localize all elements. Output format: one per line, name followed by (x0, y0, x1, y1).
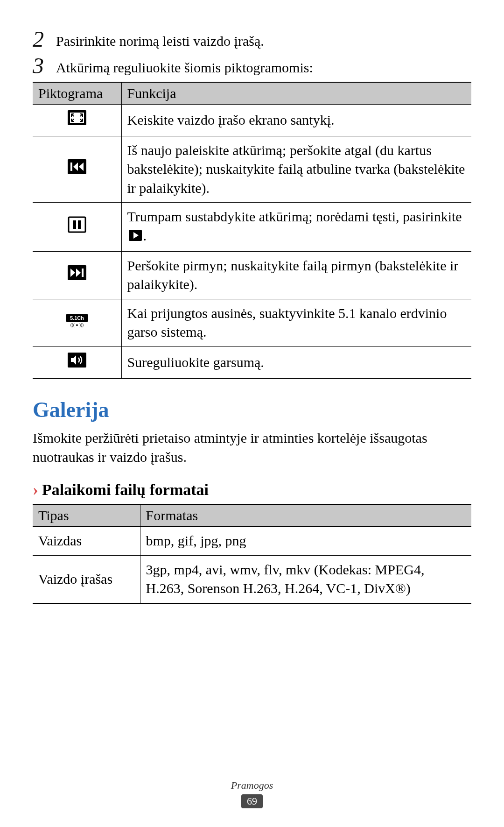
section-description: Išmokite peržiūrėti prietaiso atmintyje … (33, 429, 471, 467)
icon-cell (33, 251, 121, 299)
step-text: Pasirinkite norimą leisti vaizdo įrašą. (56, 28, 264, 51)
table-header-row: Tipas Formatas (33, 504, 471, 527)
function-text: Trumpam sustabdykite atkūrimą; norėdami … (121, 203, 471, 252)
svg-rect-9 (82, 269, 84, 277)
header-type: Tipas (33, 504, 140, 527)
page-footer: Pramogos 69 (0, 779, 504, 808)
svg-rect-4 (69, 217, 85, 232)
icon-cell (33, 346, 121, 378)
icon-cell (33, 136, 121, 203)
icon-cell (33, 203, 121, 252)
subsection-heading: › Palaikomi failų formatai (33, 480, 471, 499)
table-row: Sureguliuokite garsumą. (33, 346, 471, 378)
surround-sound-icon: 5.1Ch ((( ● ))) (65, 313, 89, 327)
svg-text:((( ● ))): ((( ● ))) (70, 323, 84, 327)
svg-text:5.1Ch: 5.1Ch (70, 315, 84, 321)
table-row: Iš naujo paleiskite atkūrimą; peršokite … (33, 136, 471, 203)
volume-icon (67, 352, 87, 368)
svg-rect-13 (68, 353, 86, 368)
page-number: 69 (241, 794, 263, 808)
function-text-part: Trumpam sustabdykite atkūrimą; norėdami … (127, 209, 462, 224)
icon-cell: 5.1Ch ((( ● ))) (33, 299, 121, 346)
format-cell: 3gp, mp4, avi, wmv, flv, mkv (Kodekas: M… (140, 555, 471, 603)
function-text: Keiskite vaizdo įrašo ekrano santykį. (121, 105, 471, 136)
subsection-title: Palaikomi failų formatai (42, 481, 209, 499)
table-row: Keiskite vaizdo įrašo ekrano santykį. (33, 105, 471, 136)
table-row: Vaizdo įrašas 3gp, mp4, avi, wmv, flv, m… (33, 555, 471, 603)
step-text: Atkūrimą reguliuokite šiomis piktogramom… (56, 55, 313, 78)
table-row: Peršokite pirmyn; nuskaitykite failą pir… (33, 251, 471, 299)
step-number: 3 (33, 55, 56, 77)
skip-forward-icon (67, 264, 87, 281)
skip-back-icon (67, 158, 87, 175)
type-cell: Vaizdo įrašas (33, 555, 140, 603)
function-text: Iš naujo paleiskite atkūrimą; peršokite … (121, 136, 471, 203)
header-format: Formatas (140, 504, 471, 527)
svg-rect-6 (78, 220, 81, 229)
svg-rect-3 (70, 163, 72, 171)
aspect-ratio-icon (67, 109, 87, 126)
table-row: Vaizdas bmp, gif, jpg, png (33, 527, 471, 556)
pause-icon (68, 216, 86, 233)
svg-rect-5 (73, 220, 76, 229)
format-table: Tipas Formatas Vaizdas bmp, gif, jpg, pn… (33, 504, 471, 604)
function-text: Sureguliuokite garsumą. (121, 346, 471, 378)
icon-function-table: Piktograma Funkcija Keiskite vaizdo įraš… (33, 82, 471, 379)
table-header-row: Piktograma Funkcija (33, 82, 471, 105)
step-2: 2 Pasirinkite norimą leisti vaizdo įrašą… (33, 28, 471, 51)
chevron-icon: › (33, 480, 38, 499)
format-cell: bmp, gif, jpg, png (140, 527, 471, 556)
play-icon (128, 227, 142, 247)
type-cell: Vaizdas (33, 527, 140, 556)
function-text-part: . (143, 228, 147, 243)
table-row: Trumpam sustabdykite atkūrimą; norėdami … (33, 203, 471, 252)
section-heading-galerija: Galerija (33, 397, 471, 422)
step-3: 3 Atkūrimą reguliuokite šiomis piktogram… (33, 55, 471, 78)
table-row: 5.1Ch ((( ● ))) Kai prijungtos ausinės, … (33, 299, 471, 346)
header-icon: Piktograma (33, 82, 121, 105)
footer-category: Pramogos (0, 779, 504, 792)
icon-cell (33, 105, 121, 136)
header-function: Funkcija (121, 82, 471, 105)
function-text: Kai prijungtos ausinės, suaktyvinkite 5.… (121, 299, 471, 346)
function-text: Peršokite pirmyn; nuskaitykite failą pir… (121, 251, 471, 299)
step-number: 2 (33, 28, 56, 50)
